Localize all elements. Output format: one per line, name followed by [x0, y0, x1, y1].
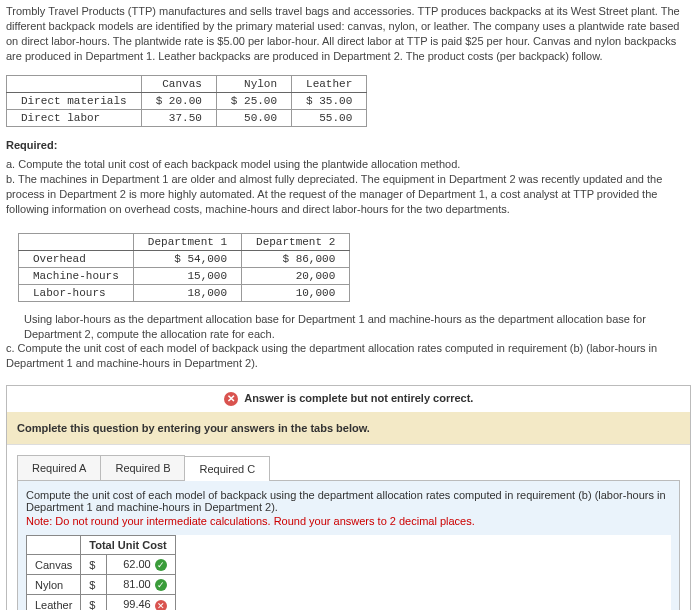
x-icon: ✕: [155, 600, 167, 611]
table-row: Machine-hours 15,000 20,000: [19, 267, 350, 284]
answer-box: ✕ Answer is complete but not entirely co…: [6, 385, 691, 610]
total-unit-cost-header: Total Unit Cost: [81, 536, 175, 555]
currency-symbol: $: [81, 595, 107, 610]
req-c: c. Compute the unit cost of each model o…: [6, 341, 691, 371]
row-label-canvas: Canvas: [27, 555, 81, 575]
req-b: b. The machines in Department 1 are olde…: [6, 172, 691, 217]
row-label-nylon: Nylon: [27, 575, 81, 595]
blank-header: [7, 76, 142, 93]
tab-required-c[interactable]: Required C: [184, 456, 270, 481]
table-row: Overhead $ 54,000 $ 86,000: [19, 250, 350, 267]
status-bar: ✕ Answer is complete but not entirely co…: [7, 386, 690, 412]
col-canvas: Canvas: [141, 76, 216, 93]
col-dept2: Department 2: [242, 233, 350, 250]
row-label-leather: Leather: [27, 595, 81, 610]
dept-table: Department 1 Department 2 Overhead $ 54,…: [18, 233, 350, 302]
tab-instruction: Compute the unit cost of each model of b…: [26, 489, 671, 513]
currency-symbol: $: [81, 575, 107, 595]
answer-table: Total Unit Cost Canvas $ 62.00✓ Nylon $ …: [26, 535, 176, 610]
table-row: Nylon $ 81.00✓: [27, 575, 176, 595]
col-leather: Leather: [292, 76, 367, 93]
check-icon: ✓: [155, 579, 167, 591]
leather-value[interactable]: 99.46✕: [107, 595, 175, 610]
table-row: Labor-hours 18,000 10,000: [19, 284, 350, 301]
tab-required-a[interactable]: Required A: [17, 455, 101, 480]
tab-required-b[interactable]: Required B: [100, 455, 185, 480]
table-row: Canvas $ 62.00✓: [27, 555, 176, 575]
table-row: Leather $ 99.46✕: [27, 595, 176, 610]
tabs: Required A Required B Required C: [7, 445, 690, 480]
nylon-value[interactable]: 81.00✓: [107, 575, 175, 595]
table-row: Direct materials $ 20.00 $ 25.00 $ 35.00: [7, 93, 367, 110]
status-text: Answer is complete but not entirely corr…: [244, 392, 473, 404]
warning-icon: ✕: [224, 392, 238, 406]
tab-note: Note: Do not round your intermediate cal…: [26, 515, 671, 527]
check-icon: ✓: [155, 559, 167, 571]
required-heading: Required:: [0, 135, 697, 155]
cost-table: Canvas Nylon Leather Direct materials $ …: [6, 75, 367, 127]
col-nylon: Nylon: [216, 76, 291, 93]
tab-content: Compute the unit cost of each model of b…: [17, 480, 680, 610]
instruction-bar: Complete this question by entering your …: [7, 412, 690, 445]
table-row: Direct labor 37.50 50.00 55.00: [7, 110, 367, 127]
blank-header: [19, 233, 134, 250]
problem-intro: Trombly Travel Products (TTP) manufactur…: [0, 0, 697, 67]
col-dept1: Department 1: [133, 233, 241, 250]
req-b2: Using labor-hours as the department allo…: [24, 312, 691, 342]
currency-symbol: $: [81, 555, 107, 575]
canvas-value[interactable]: 62.00✓: [107, 555, 175, 575]
req-a: a. Compute the total unit cost of each b…: [6, 157, 691, 172]
blank-header: [27, 536, 81, 555]
